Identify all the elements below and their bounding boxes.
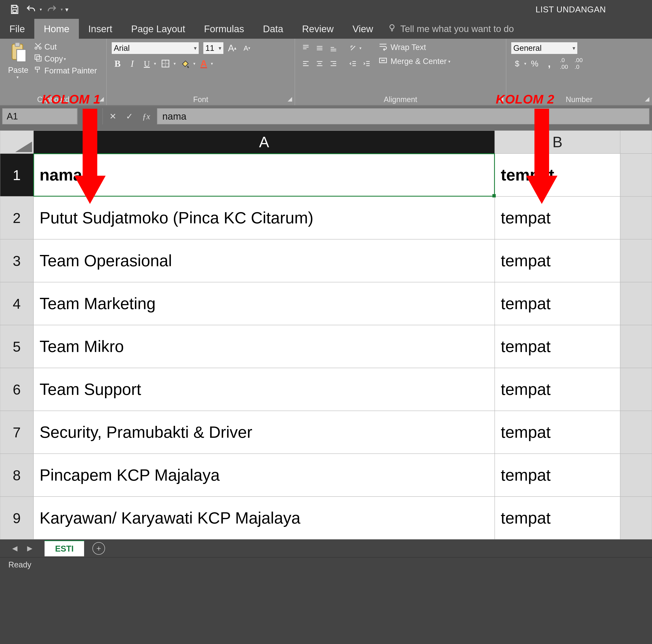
cell-c1[interactable] xyxy=(620,154,652,196)
tab-page-layout[interactable]: Page Layout xyxy=(122,19,194,39)
merge-dropdown-icon[interactable]: ▾ xyxy=(448,59,450,64)
cell-a2[interactable]: Putut Sudjatmoko (Pinca KC Citarum) xyxy=(33,196,495,239)
cell-b7[interactable]: tempat xyxy=(495,411,620,454)
fx-icon[interactable]: ƒx xyxy=(142,111,150,121)
copy-dropdown-icon[interactable]: ▾ xyxy=(64,56,66,61)
cell-a8[interactable]: Pincapem KCP Majalaya xyxy=(33,454,495,497)
cell-a9[interactable]: Karyawan/ Karyawati KCP Majalaya xyxy=(33,497,495,539)
fill-color-button[interactable] xyxy=(178,57,192,70)
undo-icon[interactable] xyxy=(25,3,37,16)
row-header-8[interactable]: 8 xyxy=(0,454,33,497)
cell-a5[interactable]: Team Mikro xyxy=(33,325,495,368)
underline-dropdown-icon[interactable]: ▾ xyxy=(154,61,156,66)
align-top-button[interactable] xyxy=(300,42,312,54)
paste-button[interactable]: Paste ▾ xyxy=(5,42,32,80)
tab-file[interactable]: File xyxy=(0,19,34,39)
redo-icon[interactable] xyxy=(46,3,58,16)
enter-icon[interactable]: ✓ xyxy=(126,111,133,121)
sheet-tab-active[interactable]: ESTI xyxy=(45,540,84,556)
redo-dropdown-icon[interactable]: ▾ xyxy=(61,7,63,12)
tab-data[interactable]: Data xyxy=(253,19,293,39)
cell-c7[interactable] xyxy=(620,411,652,454)
cut-button[interactable]: Cut xyxy=(34,42,97,52)
cell-c9[interactable] xyxy=(620,497,652,539)
cell-a4[interactable]: Team Marketing xyxy=(33,282,495,325)
cell-b6[interactable]: tempat xyxy=(495,368,620,411)
orientation-button[interactable] xyxy=(347,42,359,54)
accounting-format-button[interactable]: $ xyxy=(511,57,523,70)
tab-formulas[interactable]: Formulas xyxy=(194,19,253,39)
dropdown-icon[interactable]: ▾ xyxy=(89,113,91,120)
orientation-dropdown-icon[interactable]: ▾ xyxy=(359,46,361,51)
paste-dropdown-icon[interactable]: ▾ xyxy=(17,75,19,80)
align-left-button[interactable] xyxy=(300,57,312,70)
col-header-a[interactable]: A xyxy=(33,131,495,154)
cell-a1[interactable]: nama xyxy=(33,154,495,196)
select-all-corner[interactable] xyxy=(0,131,33,154)
decrease-indent-button[interactable] xyxy=(347,57,359,70)
font-color-dropdown-icon[interactable]: ▾ xyxy=(211,61,213,66)
number-launcher-icon[interactable]: ◢ xyxy=(645,96,650,102)
format-painter-button[interactable]: Format Painter xyxy=(34,66,97,76)
name-box[interactable]: A1 xyxy=(2,108,77,125)
number-format-combo[interactable]: General▾ xyxy=(511,42,578,54)
bold-button[interactable]: B xyxy=(111,57,124,70)
tab-insert[interactable]: Insert xyxy=(79,19,122,39)
borders-dropdown-icon[interactable]: ▾ xyxy=(173,61,176,66)
align-bottom-button[interactable] xyxy=(327,42,340,54)
undo-dropdown-icon[interactable]: ▾ xyxy=(40,7,42,12)
cell-b9[interactable]: tempat xyxy=(495,497,620,539)
underline-button[interactable]: U xyxy=(141,57,153,70)
decrease-decimal-button[interactable]: .00.0 xyxy=(572,57,585,70)
decrease-font-button[interactable]: A▾ xyxy=(241,42,253,54)
col-header-c[interactable] xyxy=(620,131,652,154)
italic-button[interactable]: I xyxy=(126,57,138,70)
cell-c6[interactable] xyxy=(620,368,652,411)
cell-b5[interactable]: tempat xyxy=(495,325,620,368)
increase-decimal-button[interactable]: .0.00 xyxy=(558,57,570,70)
cancel-icon[interactable]: ✕ xyxy=(109,111,116,121)
font-color-button[interactable]: A xyxy=(197,57,210,70)
cell-c4[interactable] xyxy=(620,282,652,325)
cell-a3[interactable]: Team Operasional xyxy=(33,239,495,282)
align-right-button[interactable] xyxy=(327,57,340,70)
cell-b3[interactable]: tempat xyxy=(495,239,620,282)
font-launcher-icon[interactable]: ◢ xyxy=(288,96,292,102)
comma-button[interactable]: , xyxy=(543,57,555,70)
row-header-3[interactable]: 3 xyxy=(0,239,33,282)
row-header-6[interactable]: 6 xyxy=(0,368,33,411)
align-center-button[interactable] xyxy=(314,57,326,70)
cell-c5[interactable] xyxy=(620,325,652,368)
sheet-nav-prev-icon[interactable]: ◄ xyxy=(10,543,19,554)
cell-b8[interactable]: tempat xyxy=(495,454,620,497)
qat-customize-icon[interactable]: ▾ xyxy=(65,6,69,13)
percent-button[interactable]: % xyxy=(528,57,541,70)
increase-font-button[interactable]: A▴ xyxy=(226,42,239,54)
cell-c3[interactable] xyxy=(620,239,652,282)
tab-view[interactable]: View xyxy=(343,19,383,39)
row-header-2[interactable]: 2 xyxy=(0,196,33,239)
cell-a6[interactable]: Team Support xyxy=(33,368,495,411)
cell-b1[interactable]: tempat xyxy=(495,154,620,196)
row-header-9[interactable]: 9 xyxy=(0,497,33,539)
wrap-text-button[interactable]: Wrap Text xyxy=(378,42,450,53)
cell-b4[interactable]: tempat xyxy=(495,282,620,325)
save-icon[interactable] xyxy=(8,3,21,16)
alignment-launcher-icon[interactable]: ◢ xyxy=(499,96,504,102)
font-name-combo[interactable]: Arial▾ xyxy=(111,42,199,54)
worksheet-grid[interactable]: A B 1 nama tempat 2 Putut Sudjatmoko (Pi… xyxy=(0,131,652,539)
tab-review[interactable]: Review xyxy=(293,19,343,39)
increase-indent-button[interactable] xyxy=(361,57,373,70)
cell-c2[interactable] xyxy=(620,196,652,239)
new-sheet-button[interactable]: ＋ xyxy=(92,542,105,555)
row-header-5[interactable]: 5 xyxy=(0,325,33,368)
sheet-nav-next-icon[interactable]: ► xyxy=(26,543,34,554)
row-header-1[interactable]: 1 xyxy=(0,154,33,196)
cell-a7[interactable]: Security, Pramubakti & Driver xyxy=(33,411,495,454)
cell-c8[interactable] xyxy=(620,454,652,497)
merge-center-button[interactable]: Merge & Center ▾ xyxy=(378,56,450,67)
row-header-4[interactable]: 4 xyxy=(0,282,33,325)
align-middle-button[interactable] xyxy=(314,42,326,54)
formula-input[interactable]: nama xyxy=(157,108,650,125)
fill-dropdown-icon[interactable]: ▾ xyxy=(193,61,195,66)
